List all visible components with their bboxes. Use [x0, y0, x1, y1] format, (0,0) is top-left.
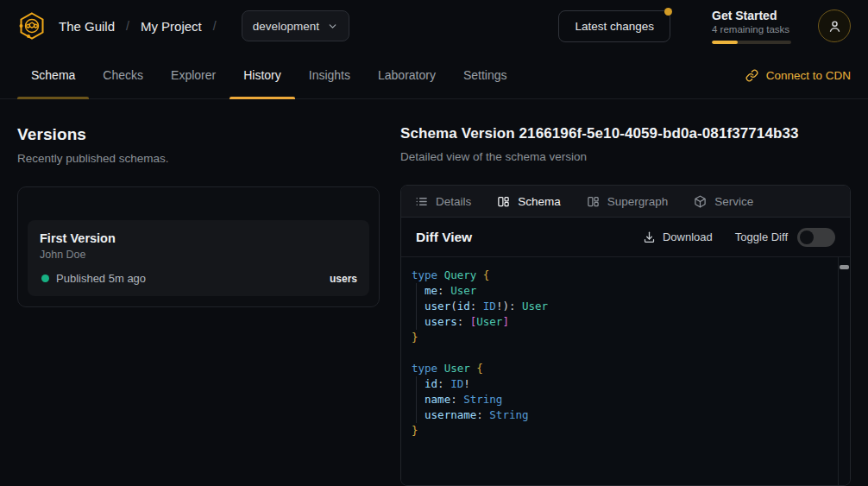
code-line: users: [User] [412, 314, 833, 330]
versions-title: Versions [17, 125, 380, 144]
latest-changes-label: Latest changes [575, 20, 654, 33]
detail-tab-supergraph[interactable]: Supergraph [587, 195, 669, 208]
nav-tab-history[interactable]: History [230, 52, 295, 98]
nav-tab-schema[interactable]: Schema [17, 52, 89, 98]
versions-list-card: First Version John Doe Published 5m ago … [17, 186, 380, 307]
cube-icon [694, 195, 707, 208]
app-root: The Guild / My Project / development Lat… [0, 0, 868, 486]
version-name: First Version [40, 231, 357, 245]
breadcrumb-separator: / [213, 19, 217, 33]
code-line: username: String [412, 407, 833, 423]
detail-tab-service[interactable]: Service [694, 195, 753, 208]
download-button[interactable]: Download [643, 230, 713, 243]
get-started-subtitle: 4 remaining tasks [712, 24, 794, 35]
nav-tab-insights[interactable]: Insights [295, 52, 364, 98]
published-status-dot [41, 275, 49, 282]
version-detail-panel: Details Schema [400, 185, 851, 486]
code-line: id: ID! [412, 376, 833, 392]
versions-subtitle: Recently published schemas. [17, 152, 380, 165]
notification-dot [664, 8, 672, 16]
chevron-down-icon [327, 21, 338, 32]
scrollbar-thumb[interactable] [840, 265, 849, 269]
columns-icon [587, 195, 600, 208]
main-content: Versions Recently published schemas. Fir… [0, 99, 868, 486]
code-line: user(id: ID!): User [412, 299, 833, 314]
code-line [412, 345, 833, 361]
download-label: Download [663, 230, 713, 243]
top-header: The Guild / My Project / development Lat… [0, 0, 868, 52]
version-detail-title: Schema Version 2166196f-5e10-4059-bd0a-0… [400, 125, 851, 142]
code-line: type User { [412, 361, 833, 376]
indent-guide [416, 283, 417, 330]
download-icon [643, 230, 656, 243]
version-status-row: Published 5m ago users [40, 272, 357, 285]
get-started-progress-track [712, 41, 791, 44]
list-icon [415, 195, 428, 208]
toggle-diff-group: Toggle Diff [735, 228, 835, 247]
latest-changes-button[interactable]: Latest changes [558, 10, 670, 42]
detail-tab-label: Schema [518, 195, 561, 208]
detail-tabs: Details Schema [401, 186, 850, 218]
code-line: me: User [412, 283, 833, 299]
diff-view-title: Diff View [416, 230, 472, 245]
toggle-knob [800, 230, 814, 244]
code-content: type Query { me: User user(id: ID!): Use… [401, 257, 850, 439]
service-badge: users [330, 273, 357, 285]
get-started-title: Get Started [712, 9, 794, 22]
primary-nav: Schema Checks Explorer History Insights … [0, 52, 868, 99]
progress-fill [712, 41, 738, 44]
diff-toolbar: Diff View Download T [401, 218, 850, 257]
target-dropdown-value: development [253, 20, 319, 33]
versions-column: Versions Recently published schemas. Fir… [17, 125, 380, 486]
nav-tab-checks[interactable]: Checks [89, 52, 157, 98]
code-line: } [412, 330, 833, 345]
version-list-item[interactable]: First Version John Doe Published 5m ago … [28, 220, 369, 296]
code-line: } [412, 423, 833, 439]
detail-tab-label: Details [436, 195, 471, 208]
breadcrumb-org[interactable]: The Guild [59, 19, 115, 34]
indent-guide [416, 376, 417, 423]
connect-to-cdn-button[interactable]: Connect to CDN [745, 52, 851, 98]
schema-code-editor[interactable]: type Query { me: User user(id: ID!): Use… [401, 257, 850, 485]
version-detail-subtitle: Detailed view of the schema version [400, 150, 851, 163]
target-dropdown[interactable]: development [242, 10, 349, 41]
version-detail-column: Schema Version 2166196f-5e10-4059-bd0a-0… [400, 125, 851, 486]
columns-icon [497, 195, 510, 208]
diff-actions: Download Toggle Diff [643, 228, 835, 247]
nav-tab-laboratory[interactable]: Laboratory [364, 52, 450, 98]
toggle-diff-switch[interactable] [797, 228, 835, 247]
detail-tab-details[interactable]: Details [415, 195, 471, 208]
guild-honeycomb-logo-icon[interactable] [17, 11, 47, 41]
detail-tab-label: Supergraph [607, 195, 669, 208]
user-avatar[interactable] [818, 9, 851, 42]
toggle-diff-label: Toggle Diff [735, 230, 788, 243]
version-status: Published 5m ago [56, 272, 146, 285]
breadcrumb-separator: / [126, 19, 129, 33]
code-line: name: String [412, 392, 833, 407]
editor-scrollbar[interactable] [838, 257, 850, 485]
nav-tab-explorer[interactable]: Explorer [157, 52, 230, 98]
detail-tab-label: Service [714, 195, 753, 208]
detail-tab-schema[interactable]: Schema [497, 195, 561, 208]
breadcrumb-project[interactable]: My Project [141, 19, 202, 34]
nav-tab-settings[interactable]: Settings [450, 52, 521, 98]
version-author: John Doe [40, 249, 357, 261]
person-icon [827, 19, 842, 34]
link-icon [745, 69, 758, 82]
connect-cdn-label: Connect to CDN [766, 69, 851, 82]
code-line: type Query { [412, 268, 833, 283]
get-started-widget[interactable]: Get Started 4 remaining tasks [712, 9, 794, 44]
